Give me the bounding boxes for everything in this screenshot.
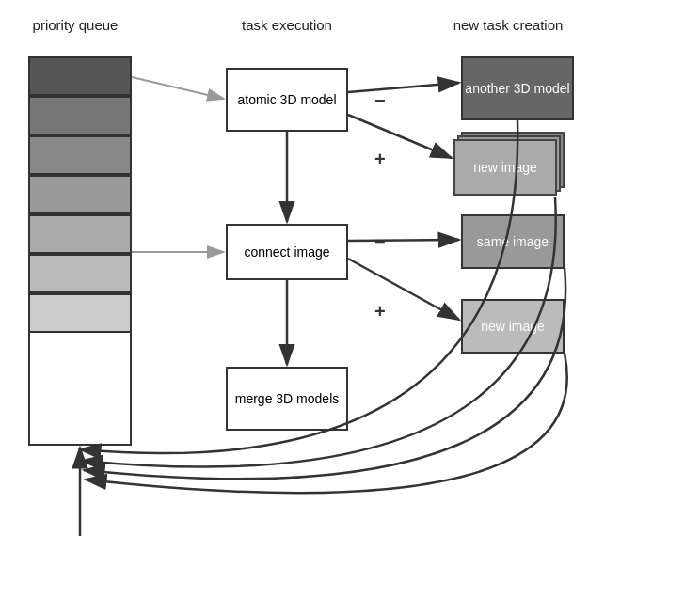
box-another-3d-model: another 3D model xyxy=(461,56,574,120)
queue-item-4 xyxy=(28,175,132,214)
heading-priority-queue: priority queue xyxy=(9,17,141,33)
svg-line-4 xyxy=(348,83,459,92)
operator-minus-bottom: − xyxy=(374,231,386,253)
queue-item-1 xyxy=(28,56,132,96)
queue-item-2 xyxy=(28,96,132,135)
queue-bottom xyxy=(28,333,132,446)
operator-plus-top: + xyxy=(374,149,386,170)
box-merge-3d-models: merge 3D models xyxy=(226,367,348,431)
box-same-image: same image xyxy=(461,214,565,269)
svg-line-7 xyxy=(348,259,459,320)
svg-line-5 xyxy=(348,115,452,158)
queue-item-3 xyxy=(28,135,132,175)
heading-task-execution: task execution xyxy=(216,17,358,33)
box-connect-image: connect image xyxy=(226,224,348,280)
operator-plus-bottom: + xyxy=(374,301,386,323)
queue-item-6 xyxy=(28,254,132,293)
queue-item-5 xyxy=(28,214,132,254)
queue-item-7 xyxy=(28,293,132,333)
heading-new-task-creation: new task creation xyxy=(423,17,593,33)
operator-minus-top: − xyxy=(374,90,386,112)
svg-line-2 xyxy=(132,77,224,99)
stack-front-new-image-top: new image xyxy=(453,139,557,196)
box-atomic-3d-model: atomic 3D model xyxy=(226,68,348,132)
box-new-image-bottom: new image xyxy=(461,299,565,354)
svg-line-6 xyxy=(348,240,459,241)
diagram: priority queue task execution new task c… xyxy=(0,0,700,598)
